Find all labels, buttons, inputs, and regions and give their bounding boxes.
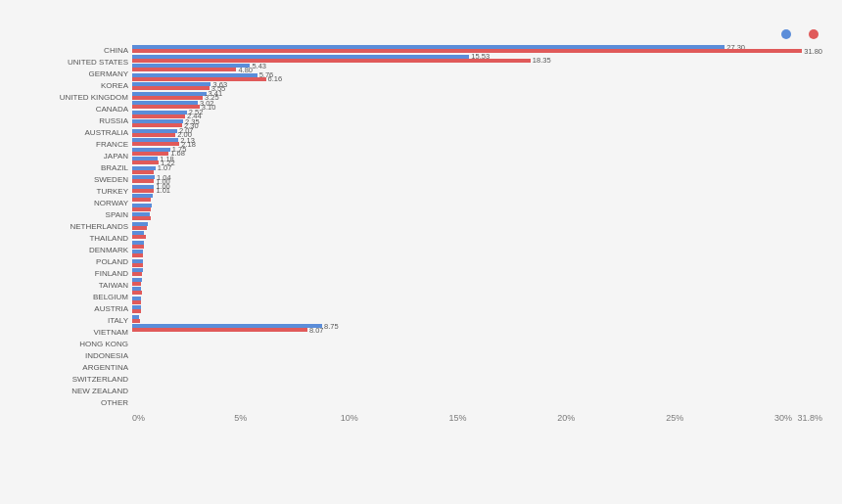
legend: [20, 29, 822, 39]
players-bar: [132, 123, 182, 127]
players-bar-line: 1.00: [132, 179, 822, 183]
players-bar-line: [132, 282, 822, 286]
bar-row: [132, 297, 822, 304]
chart-area: CHINAUNITED STATESGERMANYKOREAUNITED KIN…: [20, 29, 822, 427]
country-label: KOREA: [20, 80, 132, 91]
main-container: CHINAUNITED STATESGERMANYKOREAUNITED KIN…: [0, 0, 842, 504]
country-label: FINLAND: [20, 268, 132, 279]
country-label: SPAIN: [20, 209, 132, 220]
country-label: CANADA: [20, 104, 132, 115]
players-bar-line: 1.01: [132, 189, 822, 193]
players-bar: [132, 272, 142, 276]
owners-dot: [781, 29, 791, 39]
bar-row: [132, 315, 822, 323]
country-label: TURKEY: [20, 186, 132, 197]
players-bar-line: 2.18: [132, 142, 822, 146]
bar-row: 2.522.44: [132, 111, 822, 118]
players-bar-line: [132, 300, 822, 304]
players-bar: [132, 68, 236, 71]
labels-column: CHINAUNITED STATESGERMANYKOREAUNITED KIN…: [20, 45, 132, 409]
country-label: OTHER: [20, 397, 132, 408]
bar-row: 3.413.25: [132, 92, 822, 100]
country-label: INDONESIA: [20, 350, 132, 361]
x-axis-tick: 5%: [234, 413, 247, 423]
country-label: TAIWAN: [20, 280, 132, 291]
country-label: BELGIUM: [20, 292, 132, 302]
bars-container: 27.3031.8015.5318.355.434.805.766.163.63…: [132, 45, 822, 409]
chart-body: CHINAUNITED STATESGERMANYKOREAUNITED KIN…: [20, 45, 822, 409]
players-bar: [132, 253, 143, 257]
x-axis-tick: 0%: [132, 413, 145, 423]
players-bar: [132, 235, 146, 239]
bar-row: [132, 194, 822, 202]
x-axis-tick: 15%: [449, 413, 467, 423]
bar-row: 3.023.10: [132, 101, 822, 109]
players-bar-line: [132, 319, 822, 323]
players-bar-line: [132, 291, 822, 295]
bar-row: 1.001.01: [132, 185, 822, 193]
players-bar: [132, 49, 802, 53]
bar-row: [132, 268, 822, 276]
players-bar-line: 2.30: [132, 123, 822, 127]
country-label: HONG KONG: [20, 339, 132, 349]
players-bar: [132, 115, 185, 118]
country-label: NEW ZEALAND: [20, 386, 132, 396]
bar-row: [132, 241, 822, 249]
bar-row: [132, 222, 822, 230]
bar-row: [132, 250, 822, 257]
players-bar: [132, 96, 203, 100]
bar-row: 5.434.80: [132, 64, 822, 71]
bar-row: 1.041.00: [132, 175, 822, 183]
players-bar: [132, 291, 142, 295]
bar-row: 1.181.22: [132, 157, 822, 164]
country-label: ITALY: [20, 315, 132, 326]
bar-row: 8.758.07: [132, 324, 822, 332]
players-dot: [809, 29, 819, 39]
bar-row: [132, 278, 822, 286]
bar-row: 2.072.00: [132, 129, 822, 137]
country-label: CHINA: [20, 45, 132, 56]
country-label: ARGENTINA: [20, 362, 132, 373]
country-label: RUSSIA: [20, 115, 132, 126]
players-bar: [132, 300, 141, 304]
country-label: SWEDEN: [20, 174, 132, 185]
players-bar: [132, 189, 154, 193]
players-bar-line: [132, 309, 822, 313]
players-bar: [132, 216, 151, 220]
bar-row: [132, 259, 822, 267]
players-bar-line: 8.07: [132, 328, 822, 332]
bars-column: 27.3031.8015.5318.355.434.805.766.163.63…: [132, 45, 822, 334]
players-bar-line: [132, 198, 822, 202]
country-label: NORWAY: [20, 198, 132, 208]
players-bar-line: 3.25: [132, 96, 822, 100]
x-axis-tick: 20%: [557, 413, 575, 423]
players-bar-line: [132, 170, 822, 174]
players-bar-line: [132, 235, 822, 239]
players-bar: [132, 77, 266, 81]
players-bar-line: [132, 207, 822, 211]
country-label: FRANCE: [20, 139, 132, 150]
players-bar-line: 3.55: [132, 86, 822, 90]
x-axis-tick: 10%: [341, 413, 358, 423]
players-bar: [132, 198, 151, 202]
bar-row: [132, 287, 822, 295]
players-bar: [132, 133, 175, 137]
bar-row: 5.766.16: [132, 73, 822, 81]
players-bar: [132, 86, 210, 90]
country-label: POLAND: [20, 256, 132, 267]
legend-owners: [781, 29, 795, 39]
country-label: JAPAN: [20, 151, 132, 161]
bar-row: [132, 305, 822, 313]
country-label: THAILAND: [20, 233, 132, 244]
players-bar-line: 3.10: [132, 105, 822, 109]
players-bar-line: 1.22: [132, 160, 822, 164]
players-bar: [132, 328, 307, 332]
x-axis-tick: 25%: [666, 413, 683, 423]
players-bar: [132, 160, 159, 164]
bar-row: 2.132.18: [132, 138, 822, 146]
players-bar: [132, 179, 154, 183]
bar-row: [132, 231, 822, 239]
country-label: NETHERLANDS: [20, 221, 132, 232]
players-bar-line: 1.68: [132, 152, 822, 156]
players-bar: [132, 282, 141, 286]
